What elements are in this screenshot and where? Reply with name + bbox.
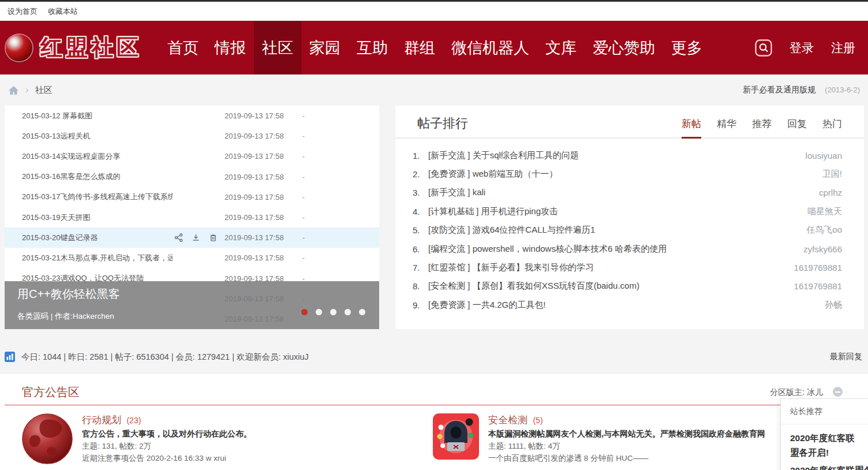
ranking-item[interactable]: 3. [新手交流 ] kali cprlhz	[413, 184, 842, 202]
ranking-item-title: [安全检测 ] 【原创】看我如何XSS玩转百度(baidu.com)	[428, 281, 787, 292]
ranking-title: 帖子排行	[417, 115, 682, 137]
forum-title[interactable]: 行动规划	[82, 415, 121, 426]
set-homepage-link[interactable]: 设为首页	[8, 6, 38, 17]
search-button[interactable]	[755, 39, 772, 57]
ranking-header: 帖子排行 新帖 精华 推荐 回复 热门	[395, 106, 864, 139]
nav-item[interactable]: 微信机器人	[443, 21, 537, 74]
recommend-panel-title: 站长推荐	[781, 399, 868, 424]
forum-new-count: (23)	[126, 416, 141, 425]
forum-title-row[interactable]: 安全检测 (5)	[488, 413, 765, 427]
ranking-item-number: 1.	[413, 151, 428, 161]
register-button[interactable]: 注册	[831, 40, 855, 56]
ranking-item-author: 喵星煞天	[807, 206, 842, 217]
brand-name: 红盟社区	[40, 33, 142, 62]
section-moderator[interactable]: 分区版主: 冰儿	[770, 387, 823, 398]
ranking-item[interactable]: 8. [安全检测 ] 【原创】看我如何XSS玩转百度(baidu.com) 16…	[413, 277, 842, 296]
download-icon[interactable]	[192, 233, 200, 242]
ranking-item-title: [编程交流 ] powershell，windows核心脚本技术6 哈希表的使用	[428, 244, 796, 255]
globe-icon[interactable]	[22, 413, 73, 464]
hacker-icon[interactable]	[433, 413, 479, 460]
share-icon[interactable]	[174, 233, 183, 242]
ranking-item-number: 2.	[413, 169, 428, 179]
ranking-item[interactable]: 7. [红盟茶馆 ] 【新手必看】我来引导你的学习 1619769881	[413, 258, 842, 277]
carousel-overlay[interactable]: 用C++教你轻松黑客 各类源码 | 作者:Hackerchen	[5, 281, 379, 329]
nav-item[interactable]: 家园	[301, 21, 349, 74]
thread-row[interactable]: 2015-03-14实现远程桌面分享	[5, 146, 379, 166]
ranking-tab[interactable]: 回复	[787, 117, 807, 139]
forum-block-action-planning: 行动规划 (23) 官方公告，重大事项，以及对外行动在此公布。 主题: 131,…	[22, 413, 414, 464]
thread-date: 2019-09-13 17:58	[225, 173, 289, 181]
recommend-item-partial[interactable]: 2020年度红客联盟各	[781, 460, 868, 470]
thread-row[interactable]: 2015-03-20键盘记录器	[5, 227, 379, 248]
thread-row[interactable]: 2015-03-16黑客是怎么炼成的	[5, 167, 379, 187]
breadcrumb: › 社区 新手必看及通用版规 (2013-6-2)	[0, 74, 868, 106]
forum-description: 官方公告，重大事项，以及对外行动在此公布。	[82, 427, 252, 440]
ranking-item-number: 8.	[413, 281, 428, 291]
ranking-item-number: 9.	[413, 300, 428, 310]
ranking-tab[interactable]: 推荐	[752, 117, 772, 139]
forum-block-security-testing: 安全检测 (5) 本版漏洞检测帖属网友个人检测,与本网站无关。严禁检测我国政府金…	[433, 413, 838, 464]
ranking-item[interactable]: 9. [免费资源 ] 一共4.2G的工具包! 孙畅	[413, 296, 842, 314]
ranking-item-author: zyfsky666	[803, 244, 842, 254]
nav-item[interactable]: 社区	[254, 21, 301, 74]
rules-notice-link[interactable]: 新手必看及通用版规	[743, 85, 815, 95]
ranking-list: 1. [新手交流 ] 关于sql综合利用工具的问题 lousiyuan 2. […	[395, 139, 864, 315]
thread-row[interactable]: 2015-03-12 屏幕截图	[5, 106, 379, 126]
carousel-dot[interactable]	[345, 309, 351, 315]
nav-item[interactable]: 情报	[207, 21, 254, 74]
ranking-item[interactable]: 4. [计算机基础 ] 用手机进行ping攻击 喵星煞天	[413, 202, 842, 221]
thread-title: 2015-03-20键盘记录器	[22, 233, 173, 243]
ranking-item[interactable]: 5. [攻防交流 ] 游戏64位控件CALL与控件遍历1 任鸟飞oo	[413, 221, 842, 240]
nav-item[interactable]: 爱心赞助	[585, 21, 663, 74]
nav-item[interactable]: 更多	[663, 21, 710, 74]
forum-last-post[interactable]: 一个由百度贴吧引发的渗透 8 分钟前 HUC——	[488, 452, 765, 464]
thread-reply-count: -	[289, 193, 318, 202]
topbar: 设为首页 收藏本站	[0, 2, 868, 21]
ranking-tab[interactable]: 精华	[717, 117, 736, 139]
nav-right: 登录 注册	[755, 21, 868, 74]
ranking-item-title: [红盟茶馆 ] 【新手必看】我来引导你的学习	[428, 262, 787, 273]
thread-row[interactable]: 2015-03-21木马那点事,开机启动，下载者，远程后门	[5, 248, 379, 268]
delete-icon[interactable]	[209, 233, 218, 242]
ranking-item-author: lousiyuan	[806, 151, 842, 161]
nav-item[interactable]: 文库	[537, 21, 585, 74]
carousel-dot[interactable]	[301, 309, 308, 315]
thread-row[interactable]: 2015-03-13远程关机	[5, 126, 379, 146]
carousel-subtitle: 各类源码 | 作者:Hackerchen	[17, 311, 114, 322]
login-button[interactable]: 登录	[790, 40, 814, 56]
rules-notice-date: (2013-6-2)	[825, 85, 860, 94]
nav-item[interactable]: 群组	[396, 21, 443, 74]
thread-reply-count: -	[289, 253, 318, 262]
carousel-dot[interactable]	[316, 309, 322, 315]
nav-item[interactable]: 首页	[159, 21, 207, 74]
home-icon[interactable]	[8, 85, 19, 95]
carousel-dot[interactable]	[359, 309, 365, 315]
thread-row[interactable]: 2015-03-17飞鸽传书-多线程高速上传下载系统	[5, 187, 379, 207]
ranking-tab[interactable]: 热门	[822, 117, 842, 139]
ranking-item[interactable]: 1. [新手交流 ] 关于sql综合利用工具的问题 lousiyuan	[413, 146, 842, 165]
site-logo[interactable]: 红盟社区	[0, 21, 142, 74]
collapse-icon[interactable]	[833, 387, 843, 397]
thread-title: 2015-03-16黑客是怎么炼成的	[22, 171, 173, 182]
forum-stats: 主题: 131, 帖数: 2万	[82, 440, 252, 452]
ranking-tabs: 新帖 精华 推荐 回复 热门	[682, 117, 842, 137]
ranking-item[interactable]: 6. [编程交流 ] powershell，windows核心脚本技术6 哈希表…	[413, 240, 842, 258]
carousel-title: 用C++教你轻松黑客	[17, 286, 120, 302]
latest-reply-link[interactable]: 最新回复	[830, 352, 862, 362]
ranking-tab[interactable]: 新帖	[682, 117, 701, 139]
recommend-item[interactable]: 2020年度红客联盟各开启!	[781, 424, 868, 460]
ranking-item-author: 卫国!	[822, 169, 842, 180]
section-title[interactable]: 官方公告区	[22, 385, 80, 400]
thread-row[interactable]: 2015-03-19天天拼图	[5, 207, 379, 227]
forum-last-post[interactable]: 近期注意事项公告 2020-2-16 16:33 w xrui	[82, 452, 252, 464]
nav-item[interactable]: 互助	[349, 21, 396, 74]
forum-title-row[interactable]: 行动规划 (23)	[82, 413, 252, 427]
search-icon	[755, 39, 772, 57]
ranking-item-author: 任鸟飞oo	[806, 225, 842, 236]
carousel-dots	[301, 309, 365, 315]
carousel-dot[interactable]	[330, 309, 336, 315]
bookmark-site-link[interactable]: 收藏本站	[48, 6, 78, 17]
ranking-item[interactable]: 2. [免费资源 ] web前端互助（十一） 卫国!	[413, 165, 842, 183]
breadcrumb-current[interactable]: 社区	[35, 85, 53, 96]
forum-title[interactable]: 安全检测	[488, 415, 527, 426]
